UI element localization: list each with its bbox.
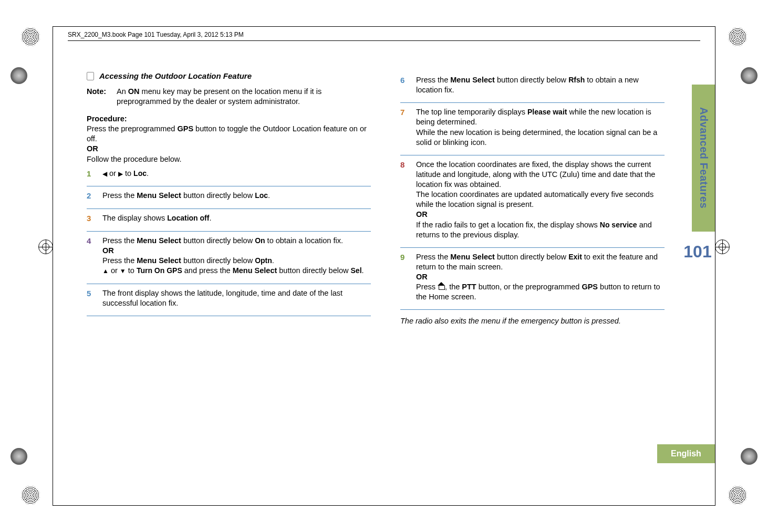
step-8-body: Once the location coordinates are fixed,… (416, 160, 665, 240)
divider (87, 316, 371, 316)
language-box: English (657, 444, 715, 463)
divider (400, 102, 665, 103)
step-9-num: 9 (400, 252, 409, 302)
content-columns: Accessing the Outdoor Location Feature N… (53, 27, 715, 327)
running-header: SRX_2200_M3.book Page 101 Tuesday, April… (68, 31, 244, 38)
document-icon (87, 72, 94, 80)
step-7: 7 The top line temporarily displays Plea… (400, 107, 665, 151)
up-arrow-icon: ▲ (102, 267, 109, 275)
divider (87, 186, 371, 186)
procedure-label: Procedure: (87, 114, 371, 124)
step-3: 3 The display shows Location off. (87, 213, 371, 227)
divider (87, 231, 371, 232)
step-6-body: Press the Menu Select button directly be… (416, 75, 665, 95)
page-frame: SRX_2200_M3.book Page 101 Tuesday, April… (53, 26, 715, 506)
step-1-body: ◀ or ▶ to Loc. (102, 169, 149, 179)
step-2-body: Press the Menu Select button directly be… (102, 191, 270, 201)
home-icon (438, 283, 445, 290)
step-7-body: The top line temporarily displays Please… (416, 107, 665, 148)
crop-mark-tl (11, 67, 27, 84)
step-9-body: Press the Menu Select button directly be… (416, 252, 665, 302)
print-ring-tr (728, 27, 747, 46)
side-tab: Advanced Features (692, 85, 715, 232)
page-number: 101 (683, 242, 712, 262)
step-8-num: 8 (400, 160, 409, 240)
left-column: Accessing the Outdoor Location Feature N… (87, 71, 371, 327)
print-ring-tl (21, 27, 40, 46)
section-title: Accessing the Outdoor Location Feature (99, 71, 252, 81)
intro-text: Press the preprogrammed GPS button to to… (87, 124, 371, 164)
divider (400, 155, 665, 155)
divider (400, 309, 665, 310)
down-arrow-icon: ▼ (120, 267, 126, 275)
step-4-num: 4 (87, 236, 95, 276)
divider (400, 247, 665, 248)
step-3-num: 3 (87, 213, 95, 224)
section-heading-row: Accessing the Outdoor Location Feature (87, 71, 371, 81)
step-1-num: 1 (87, 169, 95, 179)
step-6-num: 6 (400, 75, 409, 95)
print-ring-br (728, 486, 747, 505)
right-arrow-icon: ▶ (118, 170, 123, 178)
crop-mark-bl (11, 448, 27, 465)
side-tab-label: Advanced Features (698, 107, 710, 208)
divider (87, 208, 371, 209)
step-6: 6 Press the Menu Select button directly … (400, 75, 665, 98)
note-block: Note: An ON menu key may be present on t… (87, 87, 371, 107)
print-ring-bl (21, 486, 40, 505)
step-5: 5 The front display shows the latitude, … (87, 288, 371, 311)
crop-mark-tr (741, 67, 757, 84)
language-label: English (671, 449, 701, 458)
step-4: 4 Press the Menu Select button directly … (87, 236, 371, 279)
footnote: The radio also exits the menu if the eme… (400, 316, 665, 326)
header-rule (68, 40, 700, 41)
note-text: An ON menu key may be present on the loc… (117, 87, 371, 107)
step-2: 2 Press the Menu Select button directly … (87, 191, 371, 204)
crop-mark-br (741, 448, 757, 465)
step-1: 1 ◀ or ▶ to Loc. (87, 169, 371, 182)
step-5-num: 5 (87, 288, 95, 308)
left-arrow-icon: ◀ (102, 170, 107, 178)
divider (87, 284, 371, 284)
step-4-body: Press the Menu Select button directly be… (102, 236, 364, 276)
step-8: 8 Once the location coordinates are fixe… (400, 160, 665, 243)
step-3-body: The display shows Location off. (102, 213, 211, 224)
step-2-num: 2 (87, 191, 95, 201)
registration-mark-right (715, 239, 730, 254)
on-key: ON (128, 87, 140, 96)
step-5-body: The front display shows the latitude, lo… (102, 288, 371, 308)
right-column: 6 Press the Menu Select button directly … (400, 71, 686, 327)
step-9: 9 Press the Menu Select button directly … (400, 252, 665, 306)
step-7-num: 7 (400, 107, 409, 148)
note-label: Note: (87, 87, 106, 107)
registration-mark-left (38, 239, 53, 254)
